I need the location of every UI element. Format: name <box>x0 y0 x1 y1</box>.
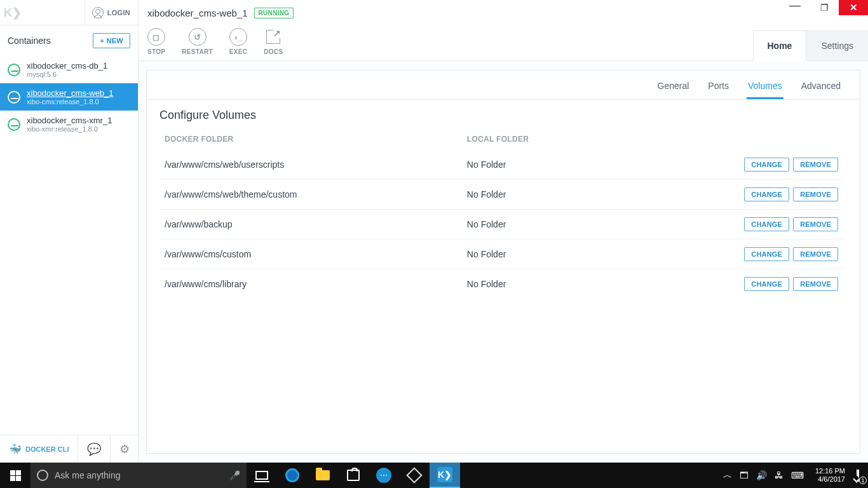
tab-home[interactable]: Home <box>753 30 807 61</box>
stop-icon: ◻ <box>147 28 165 46</box>
change-button[interactable]: CHANGE <box>744 158 789 172</box>
taskbar-app-edge[interactable] <box>277 463 308 488</box>
kitematic-icon: K❯ <box>437 467 452 482</box>
exec-label: EXEC <box>229 48 247 55</box>
window-maximize-button[interactable]: ❐ <box>810 0 839 15</box>
table-row: /var/www/cms/libraryNo FolderCHANGEREMOV… <box>159 269 843 299</box>
feedback-button[interactable]: 💬 <box>78 435 111 463</box>
status-running-icon <box>8 64 20 76</box>
search-placeholder: Ask me anything <box>55 470 121 480</box>
row-actions: CHANGEREMOVE <box>614 150 843 180</box>
stop-button[interactable]: ◻ STOP <box>147 28 165 55</box>
cube-icon <box>406 467 422 483</box>
window-minimize-button[interactable]: — <box>780 0 810 15</box>
restart-icon: ↺ <box>189 28 207 46</box>
container-image: xibo-xmr:release_1.8.0 <box>27 125 112 133</box>
sidebar: K❯ LOGIN Containers + NEW xibodocker_cms… <box>0 0 139 463</box>
docker-folder-cell: /var/www/backup <box>159 210 462 240</box>
change-button[interactable]: CHANGE <box>744 247 789 261</box>
status-running-icon <box>8 118 20 131</box>
container-item-text: xibodocker_cms-xmr_1 xibo-xmr:release_1.… <box>27 116 112 133</box>
containers-title: Containers <box>8 36 51 46</box>
login-button[interactable]: LOGIN <box>84 0 138 25</box>
container-item[interactable]: xibodocker_cms-web_1 xibo-cms:release_1.… <box>0 83 138 111</box>
row-actions: CHANGEREMOVE <box>614 210 843 240</box>
remove-button[interactable]: REMOVE <box>793 277 838 291</box>
app-icon: ⋯ <box>376 468 391 483</box>
login-label: LOGIN <box>107 9 130 17</box>
tab-volumes[interactable]: Volumes <box>747 77 783 99</box>
windows-logo-icon <box>10 470 21 481</box>
taskbar-app-store[interactable] <box>338 463 369 488</box>
taskbar-app-generic1[interactable]: ⋯ <box>369 463 399 488</box>
container-item[interactable]: xibodocker_cms-db_1 mysql:5.6 <box>0 56 138 83</box>
local-folder-cell: No Folder <box>462 240 614 269</box>
taskbar-app-virtualbox[interactable] <box>399 463 430 488</box>
main: xibodocker_cms-web_1 RUNNING ◻ STOP ↺ RE… <box>139 0 868 463</box>
docker-cli-button[interactable]: 🐳 DOCKER CLI <box>0 435 78 463</box>
start-button[interactable] <box>0 463 31 488</box>
tray-volume-icon[interactable]: 🔊 <box>756 470 767 480</box>
stop-label: STOP <box>147 48 165 55</box>
change-button[interactable]: CHANGE <box>744 217 789 231</box>
remove-button[interactable]: REMOVE <box>793 158 838 172</box>
container-image: xibo-cms:release_1.8.0 <box>27 98 114 105</box>
new-container-button[interactable]: + NEW <box>93 33 130 48</box>
task-view-icon <box>255 471 268 480</box>
tab-general[interactable]: General <box>656 77 691 99</box>
local-folder-cell: No Folder <box>462 269 614 299</box>
action-center-button[interactable]: 1 <box>857 471 863 480</box>
col-actions <box>614 128 843 150</box>
kitematic-logo-icon: K❯ <box>0 0 25 25</box>
tray-battery-icon[interactable]: 🗔 <box>740 470 749 480</box>
tray-date: 4/6/2017 <box>815 475 845 484</box>
cortana-search[interactable]: Ask me anything 🎤 <box>31 463 247 488</box>
exec-button[interactable]: ›_ EXEC <box>229 28 247 55</box>
taskbar-app-kitematic[interactable]: K❯ <box>430 463 460 488</box>
remove-button[interactable]: REMOVE <box>793 247 838 261</box>
edge-icon <box>285 468 299 482</box>
local-folder-cell: No Folder <box>462 180 614 210</box>
container-item[interactable]: xibodocker_cms-xmr_1 xibo-xmr:release_1.… <box>0 111 138 138</box>
docs-button[interactable]: DOCS <box>264 28 283 55</box>
header-actions: ◻ STOP ↺ RESTART ›_ EXEC DOCS <box>147 25 294 55</box>
microphone-icon: 🎤 <box>229 470 240 480</box>
docker-folder-cell: /var/www/cms/custom <box>159 240 462 269</box>
sidebar-top: K❯ LOGIN <box>0 0 138 25</box>
window-close-button[interactable]: ✕ <box>839 0 868 15</box>
settings-tabs: General Ports Volumes Advanced <box>147 71 860 100</box>
remove-button[interactable]: REMOVE <box>793 187 838 201</box>
row-actions: CHANGEREMOVE <box>614 240 843 269</box>
remove-button[interactable]: REMOVE <box>793 217 838 231</box>
table-row: /var/www/cms/customNo FolderCHANGEREMOVE <box>159 240 843 269</box>
tab-advanced[interactable]: Advanced <box>800 77 842 99</box>
folder-icon <box>316 470 330 480</box>
whale-icon: 🐳 <box>9 443 22 455</box>
preferences-button[interactable]: ⚙ <box>111 435 139 463</box>
tab-settings[interactable]: Settings <box>806 30 868 60</box>
task-view-button[interactable] <box>247 463 277 488</box>
tray-clock[interactable]: 12:16 PM 4/6/2017 <box>811 467 849 484</box>
windows-taskbar: Ask me anything 🎤 ⋯ K❯ ︿ 🗔 🔊 🖧 ⌨ 12:16 P… <box>0 463 868 488</box>
restart-label: RESTART <box>182 48 213 55</box>
settings-panel: General Ports Volumes Advanced Configure… <box>146 70 860 454</box>
change-button[interactable]: CHANGE <box>744 277 789 291</box>
container-name: xibodocker_cms-xmr_1 <box>27 116 112 125</box>
terminal-icon: ›_ <box>229 28 247 46</box>
docker-folder-cell: /var/www/cms/web/theme/custom <box>159 180 462 210</box>
container-list: xibodocker_cms-db_1 mysql:5.6 xibodocker… <box>0 56 138 435</box>
tray-network-icon[interactable]: 🖧 <box>775 470 783 480</box>
tray-chevron-up-icon[interactable]: ︿ <box>723 470 732 481</box>
tab-ports[interactable]: Ports <box>707 77 730 99</box>
main-header: xibodocker_cms-web_1 RUNNING ◻ STOP ↺ RE… <box>139 0 868 61</box>
sidebar-section-header: Containers + NEW <box>0 25 138 56</box>
cortana-icon <box>37 470 48 481</box>
restart-button[interactable]: ↺ RESTART <box>182 28 213 55</box>
taskbar-app-explorer[interactable] <box>308 463 338 488</box>
tray-keyboard-icon[interactable]: ⌨ <box>791 470 804 480</box>
status-badge: RUNNING <box>254 8 294 18</box>
change-button[interactable]: CHANGE <box>744 187 789 201</box>
local-folder-cell: No Folder <box>462 150 614 180</box>
status-running-icon <box>8 91 20 104</box>
notification-badge: 1 <box>859 477 867 484</box>
